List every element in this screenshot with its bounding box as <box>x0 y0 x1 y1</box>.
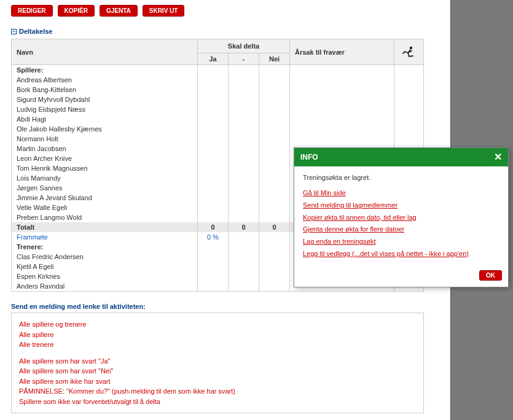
info-link[interactable]: Lag enda en treningsøkt <box>303 236 499 248</box>
kopier-button[interactable]: KOPIÉR <box>58 5 95 17</box>
totalt-label: Totalt <box>12 222 198 232</box>
th-ja: Ja <box>198 53 229 65</box>
send-link[interactable]: Spillere som ikke var forventet/utvalgt … <box>19 397 416 407</box>
section-title-text: Deltakelse <box>19 28 52 35</box>
table-row: Sigurd Myhrvoll Dybdahl <box>12 95 424 104</box>
player-name: Preben Langmo Wold <box>12 212 198 222</box>
th-dash: - <box>229 53 259 65</box>
frammote-link[interactable]: Frammøte <box>17 233 48 241</box>
frammote-pct: 0 % <box>198 232 229 242</box>
info-body: Treningsøkta er lagret. Gå til Min sideS… <box>294 166 508 266</box>
send-link[interactable]: Alle spillere som ikke har svart <box>19 376 416 387</box>
totalt-dash: 0 <box>229 222 259 232</box>
player-name: Ole Jakob Hallesby Kjærnes <box>12 124 198 134</box>
trenere-label: Trenere: <box>12 242 198 252</box>
totalt-ja: 0 <box>198 222 229 232</box>
send-box: Alle spillere og trenereAlle spillereAll… <box>11 313 424 413</box>
th-arsak: Årsak til fravær <box>290 39 394 65</box>
info-title: INFO <box>300 153 318 161</box>
section-title[interactable]: − Deltakelse <box>11 28 502 35</box>
info-link[interactable]: Kopier økta til annen dato, tid eller la… <box>303 212 499 224</box>
send-link[interactable]: Alle spillere <box>19 330 416 340</box>
th-skal-delta: Skal delta <box>198 39 290 53</box>
trainer-name: Kjetil A Egeli <box>12 262 198 271</box>
info-link[interactable]: Gjenta denne økta for flere datoer <box>303 224 499 236</box>
trainer-name: Espen Kirknes <box>12 271 198 281</box>
send-link[interactable]: Alle trenere <box>19 340 416 350</box>
table-row: Normann Holt <box>12 134 424 144</box>
close-icon[interactable]: ✕ <box>494 152 502 162</box>
player-name: Abdi Hagi <box>12 114 198 124</box>
player-name: Lois Mamandy <box>12 173 198 183</box>
runner-icon <box>399 45 417 58</box>
player-name: Jimmie A Jevard Skuland <box>12 193 198 203</box>
player-name: Tom Henrik Magnussen <box>12 163 198 173</box>
info-link[interactable]: Legg til vedlegg (...det vil vises på ne… <box>303 248 499 260</box>
svg-point-0 <box>410 46 412 49</box>
table-row: Ole Jakob Hallesby Kjærnes <box>12 124 424 134</box>
info-header: INFO ✕ <box>294 148 508 166</box>
info-modal: INFO ✕ Treningsøkta er lagret. Gå til Mi… <box>294 147 509 287</box>
player-name: Normann Holt <box>12 134 198 144</box>
player-name: Jørgen Sannes <box>12 183 198 193</box>
th-nei: Nei <box>259 53 290 65</box>
skrivut-button[interactable]: SKRIV UT <box>143 5 185 17</box>
player-name: Ludvig Eidspjeld Næss <box>12 104 198 114</box>
th-navn: Navn <box>12 39 198 65</box>
player-name: Leon Archer Knive <box>12 154 198 163</box>
spillere-label: Spillere: <box>12 65 198 76</box>
trainer-name: Anders Ravndal <box>12 281 198 292</box>
player-name: Sigurd Myhrvoll Dybdahl <box>12 95 198 104</box>
info-link[interactable]: Gå til Min side <box>303 187 499 200</box>
player-name: Martin Jacobsen <box>12 144 198 154</box>
ok-button[interactable]: OK <box>479 270 502 281</box>
send-link[interactable]: Alle spillere og trenere <box>19 319 416 330</box>
table-row: Bork Bang-Kittelsen <box>12 85 424 95</box>
gjenta-button[interactable]: GJENTA <box>100 5 138 17</box>
table-row: Andreas Albertsen <box>12 75 424 85</box>
send-link[interactable]: PÅMINNELSE: "Kommer du?" (push-melding t… <box>19 386 416 397</box>
trainer-name: Clas Fredric Andersen <box>12 252 198 262</box>
totalt-nei: 0 <box>259 222 290 232</box>
th-runner-icon <box>394 39 424 65</box>
send-title: Send en melding med lenke til aktivitete… <box>11 303 502 310</box>
send-link[interactable]: Alle spillere som har svart "Ja" <box>19 356 416 367</box>
send-link[interactable]: Alle spillere som har svart "Nei" <box>19 366 416 376</box>
info-link[interactable]: Send melding til lagmedlemmer <box>303 200 499 212</box>
player-name: Vetle Walle Egeli <box>12 203 198 212</box>
toolbar: REDIGER KOPIÉR GJENTA SKRIV UT <box>11 5 502 17</box>
rediger-button[interactable]: REDIGER <box>11 5 53 17</box>
collapse-icon[interactable]: − <box>11 29 17 34</box>
table-row: Abdi Hagi <box>12 114 424 124</box>
player-name: Bork Bang-Kittelsen <box>12 85 198 95</box>
info-message: Treningsøkta er lagret. <box>303 174 499 181</box>
table-row: Ludvig Eidspjeld Næss <box>12 104 424 114</box>
player-name: Andreas Albertsen <box>12 75 198 85</box>
